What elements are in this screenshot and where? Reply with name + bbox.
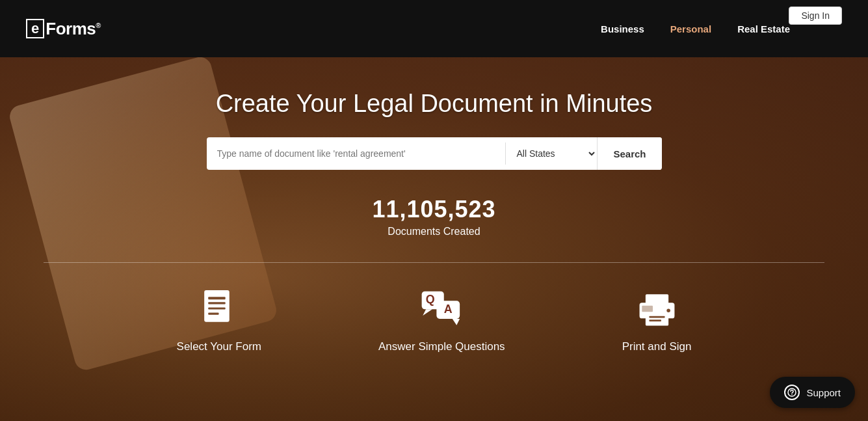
svg-rect-12 (645, 294, 668, 305)
nav-links: Business Personal Real Estate (601, 23, 790, 34)
hero-title: Create Your Legal Document in Minutes (216, 90, 653, 118)
state-select[interactable]: All States AlabamaAlaskaArizona Arkansas… (506, 137, 597, 170)
logo[interactable]: e Forms® (26, 19, 101, 39)
step-answer-questions-label: Answer Simple Questions (378, 340, 505, 353)
svg-rect-1 (209, 297, 226, 299)
step-print-sign-label: Print and Sign (622, 340, 692, 353)
logo-e: e (31, 20, 39, 36)
hero-content: Create Your Legal Document in Minutes Al… (0, 57, 868, 353)
docs-count-container: 11,105,523 Documents Created (372, 196, 495, 238)
print-icon (634, 286, 679, 331)
svg-rect-13 (645, 312, 668, 325)
svg-text:A: A (444, 303, 453, 316)
section-divider (44, 262, 825, 263)
logo-box: e (26, 19, 44, 38)
step-answer-questions: Q A Answer Simple Questions (378, 286, 505, 353)
step-select-form-label: Select Your Form (177, 340, 261, 353)
steps-row: Select Your Form Q A Answer (177, 286, 692, 353)
qa-icon: Q A (419, 286, 464, 331)
svg-marker-9 (453, 318, 460, 325)
signin-button[interactable]: Sign In (789, 7, 842, 25)
nav-link-personal[interactable]: Personal (670, 23, 711, 34)
svg-point-16 (666, 308, 670, 312)
svg-rect-3 (209, 307, 226, 309)
step-print-sign: Print and Sign (622, 286, 692, 353)
svg-marker-6 (423, 309, 432, 316)
navbar: e Forms® Business Personal Real Estate S… (0, 0, 868, 57)
svg-point-19 (792, 394, 793, 396)
svg-rect-4 (209, 312, 219, 314)
docs-count-number: 11,105,523 (372, 196, 495, 223)
support-icon (784, 385, 800, 400)
search-bar: All States AlabamaAlaskaArizona Arkansas… (207, 137, 662, 170)
hero-section: Create Your Legal Document in Minutes Al… (0, 57, 868, 421)
step-select-form: Select Your Form (177, 286, 261, 353)
svg-rect-0 (204, 290, 230, 322)
search-input[interactable] (207, 137, 506, 170)
svg-rect-2 (209, 302, 226, 304)
svg-rect-14 (649, 316, 664, 318)
nav-link-business[interactable]: Business (601, 23, 644, 34)
search-button[interactable]: Search (597, 137, 661, 170)
support-button[interactable]: Support (770, 377, 855, 408)
form-icon (196, 286, 242, 331)
svg-rect-17 (642, 305, 653, 311)
svg-rect-15 (649, 319, 661, 321)
support-label: Support (806, 387, 841, 398)
nav-link-real-estate[interactable]: Real Estate (737, 23, 790, 34)
svg-text:Q: Q (425, 293, 434, 306)
docs-count-label: Documents Created (372, 226, 495, 238)
logo-forms-text: Forms® (46, 19, 101, 39)
